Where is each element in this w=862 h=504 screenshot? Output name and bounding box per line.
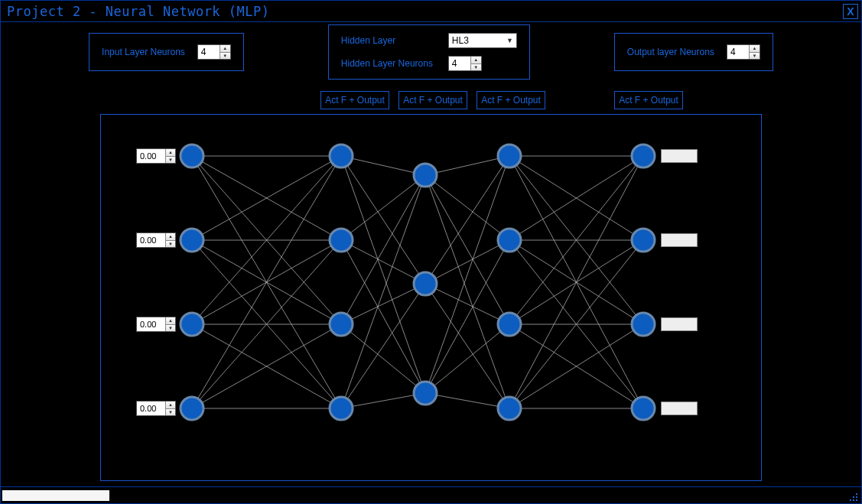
spinner-icon: ▲▼ [165,402,175,415]
hidden-layer-selected: HL3 [452,35,469,46]
chevron-down-icon[interactable]: ▼ [166,409,175,416]
neuron-hidden1-0 [330,145,353,167]
input-neuron-1-value-stepper[interactable]: 0.00▲▼ [136,232,176,248]
output-layer-neurons-value: 4 [727,45,749,59]
act-output-button-h1[interactable]: Act F + Output [320,91,389,109]
neuron-hidden2-0 [414,164,437,187]
neuron-output-1 [632,229,655,252]
edge [425,156,509,175]
edge [425,156,509,393]
chevron-up-icon[interactable]: ▲ [750,45,760,53]
chevron-down-icon[interactable]: ▼ [750,53,760,60]
network-svg [100,114,762,481]
status-bar [1,486,861,503]
edge [425,284,509,324]
output-neuron-1-value [661,233,698,247]
edge [341,393,425,408]
resize-grip-icon[interactable] [846,489,858,502]
close-button[interactable]: X [843,4,858,19]
hidden-neurons-value: 4 [449,57,470,70]
edge [341,324,425,393]
output-layer-group: Output layer Neurons 4 ▲▼ [614,33,773,71]
edge [341,284,425,324]
spinner-icon: ▲▼ [220,45,230,59]
edge [425,240,509,393]
neuron-hidden1-1 [330,229,353,252]
hidden-neurons-stepper[interactable]: 4 ▲▼ [448,56,482,71]
status-segment [2,490,109,501]
input-neuron-0-value-stepper[interactable]: 0.00▲▼ [136,148,176,164]
input-neuron-0-value: 0.00 [137,149,165,163]
input-neuron-3-value-stepper[interactable]: 0.00▲▼ [136,401,176,416]
input-layer-neurons-value: 4 [198,45,220,59]
neuron-hidden3-3 [498,397,521,420]
spinner-icon: ▲▼ [165,233,175,247]
chevron-down-icon[interactable]: ▼ [166,325,175,332]
chevron-up-icon[interactable]: ▲ [220,45,230,53]
edge [425,393,509,408]
neuron-output-2 [632,313,655,336]
edge [341,240,425,393]
edge [425,240,509,284]
input-layer-group: Input Layer Neurons 4 ▲▼ [89,33,244,71]
input-layer-label: Input Layer Neurons [102,47,185,57]
neuron-output-3 [632,397,655,420]
chevron-up-icon[interactable]: ▲ [471,57,481,64]
edge [341,175,425,408]
input-layer-neurons-stepper[interactable]: 4 ▲▼ [197,44,231,60]
output-neuron-3-value [661,402,698,415]
input-neuron-2-value: 0.00 [137,317,165,331]
spinner-icon: ▲▼ [749,45,760,59]
neuron-input-1 [181,229,203,252]
hidden-layer-group: Hidden Layer HL3 ▼ Hidden Layer Neurons … [328,24,530,80]
neuron-hidden3-1 [498,229,521,252]
hidden-layer-label: Hidden Layer [341,35,433,46]
edge [341,240,425,284]
chevron-down-icon[interactable]: ▼ [166,241,175,248]
neuron-input-0 [181,145,203,167]
neuron-hidden3-2 [498,313,521,336]
chevron-down-icon[interactable]: ▼ [471,64,481,71]
neuron-hidden2-1 [414,272,437,295]
close-icon: X [847,5,854,18]
output-neuron-2-value [661,317,698,331]
input-neuron-3-value: 0.00 [137,402,165,415]
neuron-input-2 [181,313,203,336]
activation-buttons-row: Act F + Output Act F + Output Act F + Ou… [1,91,861,111]
input-neuron-1-value: 0.00 [137,233,165,247]
edge [425,175,509,408]
spinner-icon: ▲▼ [165,149,175,163]
act-output-button-h3[interactable]: Act F + Output [477,91,545,109]
chevron-down-icon[interactable]: ▼ [220,53,230,60]
act-output-button-h2[interactable]: Act F + Output [398,91,467,109]
edge [425,156,509,284]
edge [425,175,509,240]
neuron-input-3 [181,397,203,420]
hidden-layer-select[interactable]: HL3 ▼ [448,33,517,48]
edge [341,156,425,175]
output-layer-neurons-stepper[interactable]: 4 ▲▼ [727,44,760,60]
neuron-hidden3-0 [498,145,521,167]
edge [341,175,425,240]
neuron-hidden2-2 [414,382,437,405]
chevron-up-icon[interactable]: ▲ [166,317,175,325]
chevron-up-icon[interactable]: ▲ [166,402,175,409]
output-layer-label: Output layer Neurons [627,47,714,57]
spinner-icon: ▲▼ [470,57,481,70]
neuron-output-0 [632,145,655,167]
spinner-icon: ▲▼ [165,317,175,331]
edge [425,324,509,393]
hidden-neurons-label: Hidden Layer Neurons [341,58,433,69]
edge [341,156,425,393]
edge [341,156,425,284]
chevron-up-icon[interactable]: ▲ [166,233,175,241]
chevron-down-icon[interactable]: ▼ [166,157,175,164]
input-neuron-2-value-stepper[interactable]: 0.00▲▼ [136,317,176,332]
neuron-hidden1-3 [330,397,353,420]
window-title: Project 2 - Neural Network (MLP) [7,4,270,19]
neuron-hidden1-2 [330,313,353,336]
titlebar: Project 2 - Neural Network (MLP) X [1,1,861,22]
chevron-up-icon[interactable]: ▲ [166,149,175,157]
controls-row: Input Layer Neurons 4 ▲▼ Hidden Layer HL… [1,22,861,82]
act-output-button-out[interactable]: Act F + Output [614,91,683,109]
